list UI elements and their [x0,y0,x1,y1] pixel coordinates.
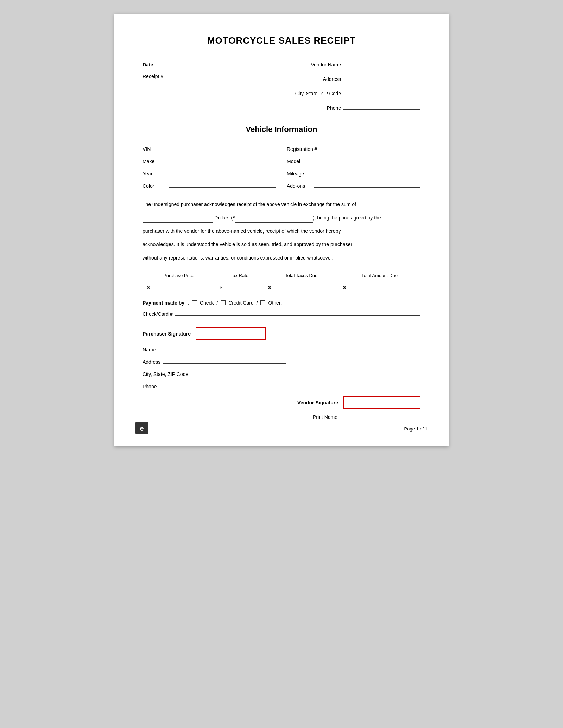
date-field[interactable] [159,60,267,66]
amount-numbers-field[interactable] [235,216,313,223]
header-right: Vendor Name Address City, State, ZIP Cod… [282,60,420,114]
mileage-field[interactable] [314,169,420,175]
receipt-label: Receipt # [143,74,163,79]
vendor-name-field[interactable] [343,60,420,66]
svg-text:e: e [140,424,144,432]
vendor-print-field[interactable] [340,414,420,420]
vendor-name-row: Vendor Name [282,60,420,68]
color-field[interactable] [169,181,276,188]
payment-label: Payment made by [143,300,184,306]
document-page: MOTORCYCLE SALES RECEIPT Date : Receipt … [114,14,449,446]
vendor-address-field[interactable] [343,75,420,81]
checkcard-row: Check/Card # [143,309,420,317]
payment-colon: : [188,300,191,306]
purchaser-name-field[interactable] [158,345,239,351]
vendor-signature-box[interactable] [343,396,420,409]
vendor-phone-field[interactable] [343,103,420,110]
price-table: Purchase Price Tax Rate Total Taxes Due … [143,270,420,294]
slash1: / [215,300,220,306]
payment-row: Payment made by : Check / Credit Card / … [143,300,420,306]
header-left: Date : Receipt # [143,60,268,114]
purchaser-sig-label: Purchaser Signature [143,331,191,337]
purchaser-city-label: City, State, ZIP Code [143,371,188,377]
purchaser-city-field[interactable] [190,370,282,376]
col-total-taxes: Total Taxes Due [264,270,339,281]
purchaser-name-row: Name [143,345,420,352]
vehicle-grid: VIN Registration # Make Model Year Milea… [143,145,420,189]
header-section: Date : Receipt # Vendor Name Address Cit… [143,60,420,114]
footer-logo: e [135,422,148,436]
make-label: Make [143,159,167,164]
slash2: / [255,300,259,306]
purchaser-signature-row: Purchaser Signature [143,327,420,340]
credit-card-label: Credit Card [228,300,254,306]
credit-card-checkbox[interactable] [221,300,226,305]
vendor-print-row: Print Name [313,414,420,420]
vendor-signature-row: Vendor Signature [297,396,420,409]
addons-field[interactable] [314,181,420,188]
total-taxes-cell[interactable]: $ [264,281,339,294]
purchaser-info: Name Address City, State, ZIP Code Phone [143,345,420,389]
vendor-city-field[interactable] [343,89,420,95]
paragraph-section: The undersigned purchaser acknowledges r… [143,199,420,263]
purchaser-name-label: Name [143,347,156,352]
vendor-phone-row: Phone [282,103,420,111]
mileage-label: Mileage [287,171,311,177]
purchaser-city-row: City, State, ZIP Code [143,370,420,377]
purchaser-signature-box[interactable] [196,327,266,340]
date-label: Date [143,62,153,68]
para-line2: Dollars ($), being the price agreed by t… [143,213,420,223]
addons-label: Add-ons [287,183,311,189]
make-field[interactable] [169,157,276,163]
purchaser-address-row: Address [143,357,420,365]
amount-words-field[interactable] [143,216,213,223]
year-field[interactable] [169,169,276,175]
para-line3: purchaser with the vendor for the above-… [143,226,420,236]
purchaser-phone-field[interactable] [159,382,236,388]
vin-row: VIN [143,145,276,152]
model-field[interactable] [314,157,420,163]
other-field[interactable] [285,300,356,306]
registration-field[interactable] [319,145,420,151]
para-line1: The undersigned purchaser acknowledges r… [143,199,420,209]
total-amount-cell[interactable]: $ [339,281,420,294]
vendor-sig-section: Vendor Signature Print Name [143,396,420,425]
mileage-row: Mileage [287,169,420,177]
receipt-field[interactable] [165,72,267,78]
check-checkbox[interactable] [192,300,197,305]
other-checkbox[interactable] [260,300,265,305]
table-row: $ % $ $ [143,281,420,294]
purchase-price-cell[interactable]: $ [143,281,215,294]
vin-label: VIN [143,146,167,152]
tax-rate-cell[interactable]: % [215,281,264,294]
page-title: MOTORCYCLE SALES RECEIPT [143,35,420,46]
vendor-city-label: City, State, ZIP Code [295,91,341,96]
purchaser-phone-row: Phone [143,382,420,389]
dollars-text: Dollars ($ [214,215,235,221]
purchaser-phone-label: Phone [143,384,157,389]
col-purchase-price: Purchase Price [143,270,215,281]
make-row: Make [143,157,276,164]
color-label: Color [143,183,167,189]
footer-page-text: Page 1 of 1 [404,426,428,432]
vehicle-section-title: Vehicle Information [143,125,420,134]
col-total-amount: Total Amount Due [339,270,420,281]
price-agreed-text: ), being the price agreed by the [313,215,381,221]
model-row: Model [287,157,420,164]
registration-row: Registration # [287,145,420,152]
page-footer: e Page 1 of 1 [114,422,449,436]
signature-section: Purchaser Signature Name Address City, S… [143,327,420,389]
checkcard-field[interactable] [175,309,420,316]
year-row: Year [143,169,276,177]
model-label: Model [287,159,311,164]
vendor-sig-label: Vendor Signature [297,400,338,405]
purchaser-address-label: Address [143,359,160,365]
vin-field[interactable] [169,145,276,151]
vendor-name-label: Vendor Name [311,62,341,68]
vendor-phone-label: Phone [327,105,341,111]
registration-label: Registration # [287,146,317,152]
para-line5: without any representations, warranties,… [143,253,420,263]
purchaser-address-field[interactable] [163,357,286,364]
vendor-city-row: City, State, ZIP Code [282,89,420,96]
check-label: Check [200,300,214,306]
